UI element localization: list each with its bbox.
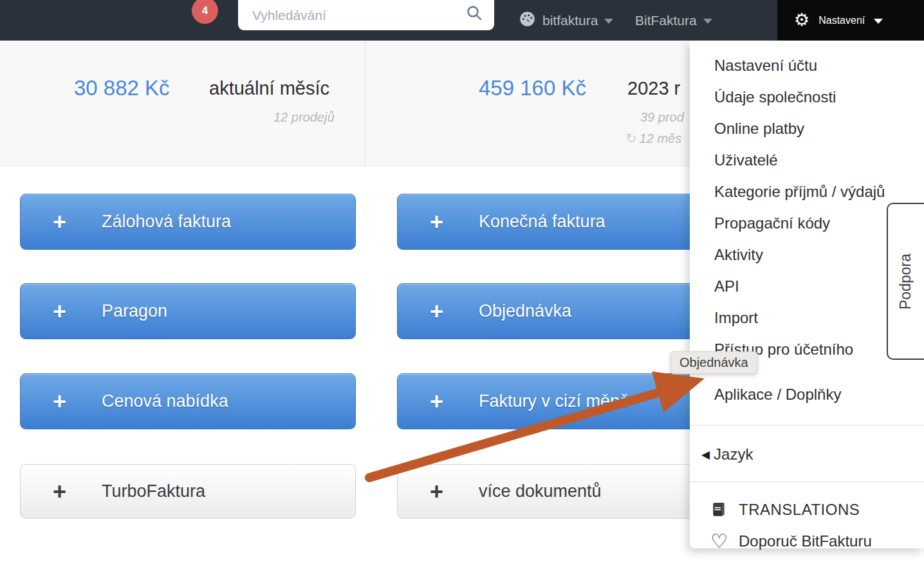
new-cenova-nabidka-button[interactable]: + Cenová nabídka <box>20 373 356 429</box>
menu-item-nastaveni-uctu[interactable]: Nastavení účtu <box>690 50 924 81</box>
year-months: ↻12 měs <box>625 131 681 146</box>
chevron-down-icon <box>604 19 613 24</box>
notification-badge[interactable]: 4 <box>192 0 218 24</box>
current-month-sales: 12 prodejů <box>273 110 335 125</box>
year-sales: 39 prod <box>640 110 684 125</box>
bitfaktura-dashboard: 30 882 Kč aktuální měsíc 12 prodejů 459 … <box>0 0 924 569</box>
current-month-label: aktuální měsíc <box>209 78 329 99</box>
stats-divider <box>365 41 365 166</box>
submenu-left-caret-icon: ◀ <box>701 449 710 461</box>
app-dropdown[interactable]: BitFaktura <box>635 0 712 41</box>
year-amount: 459 160 Kč <box>479 76 586 100</box>
plus-icon: + <box>53 300 79 323</box>
gear-icon: ⚙ <box>794 12 809 29</box>
new-paragon-button[interactable]: + Paragon <box>20 283 356 339</box>
search-box <box>238 0 494 30</box>
new-zalohova-faktura-button[interactable]: + Zálohová faktura <box>20 194 356 250</box>
menu-item-jazyk[interactable]: ◀Jazyk <box>690 438 924 470</box>
menu-item-online-platby[interactable]: Online platby <box>690 113 924 144</box>
plus-icon: + <box>430 300 456 323</box>
menu-item-kategorie[interactable]: Kategorie příjmů / výdajů <box>690 176 924 207</box>
plus-icon: + <box>430 390 456 413</box>
plus-icon: + <box>53 480 79 503</box>
search-icon[interactable] <box>466 5 483 24</box>
top-navbar: 4 bitfaktura BitFaktura ⚙ Nastavení <box>0 0 924 41</box>
new-turbofaktura-button[interactable]: + TurboFaktura <box>20 464 356 519</box>
book-icon <box>710 501 739 518</box>
support-tab[interactable]: Podpora <box>887 203 924 360</box>
menu-item-translations[interactable]: TRANSLATIONS <box>690 494 924 525</box>
chevron-down-icon <box>874 19 883 24</box>
menu-item-aplikace-doplnky[interactable]: Aplikace / Doplňky <box>690 378 924 410</box>
plus-icon: + <box>430 210 456 234</box>
heart-icon: ♡ <box>710 532 739 551</box>
search-input[interactable] <box>252 1 465 30</box>
menu-item-udaje-spolecnosti[interactable]: Údaje společnosti <box>690 81 924 113</box>
year-label: 2023 r <box>627 78 680 99</box>
chevron-down-icon <box>703 19 712 24</box>
new-objednavka-button[interactable]: + Objednávka <box>397 283 733 339</box>
objednavka-tooltip: Objednávka <box>670 351 757 374</box>
new-konecna-faktura-button[interactable]: + Konečná faktura <box>397 194 733 250</box>
more-documents-button[interactable]: + více dokumentů <box>397 464 733 519</box>
plus-icon: + <box>430 480 456 503</box>
settings-dropdown-trigger[interactable]: ⚙ Nastavení <box>777 0 924 41</box>
menu-item-uzivatele[interactable]: Uživatelé <box>690 144 924 176</box>
plus-icon: + <box>53 210 79 234</box>
refresh-icon: ↻ <box>625 131 637 145</box>
new-faktury-cizi-mene-button[interactable]: + Faktury v cizí měně <box>397 373 733 429</box>
dashboard-gauge-icon <box>519 10 536 31</box>
plus-icon: + <box>53 390 79 413</box>
account-dropdown[interactable]: bitfaktura <box>519 0 613 41</box>
current-month-amount: 30 882 Kč <box>74 76 170 100</box>
menu-item-doporuc-bitfakturu[interactable]: ♡ Doporuč BitFakturu <box>690 525 924 557</box>
